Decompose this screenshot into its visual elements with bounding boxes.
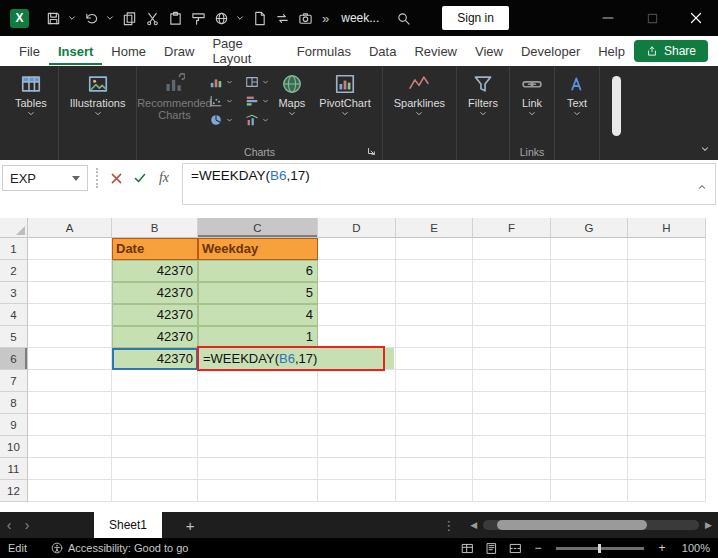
text-button[interactable]: Text	[559, 66, 595, 117]
cell-C6[interactable]: =WEEKDAY(B6,17)	[198, 348, 318, 370]
cell-F9[interactable]	[473, 414, 551, 436]
cell-D9[interactable]	[318, 414, 396, 436]
cell-G11[interactable]	[551, 458, 628, 480]
sheet-nav-left-icon[interactable]: ‹	[0, 517, 18, 533]
cell-F6[interactable]	[473, 348, 551, 370]
chevron-down-icon[interactable]	[234, 6, 246, 30]
hscroll-right-arrow[interactable]: ▶	[705, 520, 712, 530]
menu-tab-data[interactable]: Data	[360, 38, 405, 65]
combo-chart-button[interactable]	[243, 112, 271, 128]
cell-B9[interactable]	[112, 414, 198, 436]
menu-tab-home[interactable]: Home	[102, 38, 155, 65]
row-header-2[interactable]: 2	[0, 260, 28, 282]
pivotchart-button[interactable]: PivotChart	[312, 66, 377, 117]
cell-C2[interactable]: 6	[198, 260, 318, 282]
cell-E2[interactable]	[396, 260, 473, 282]
cell-E8[interactable]	[396, 392, 473, 414]
zoom-out-button[interactable]: −	[530, 541, 546, 555]
menu-tab-insert[interactable]: Insert	[49, 38, 102, 65]
menu-tab-view[interactable]: View	[466, 38, 512, 65]
cell-C3[interactable]: 5	[198, 282, 318, 304]
cell-G3[interactable]	[551, 282, 628, 304]
sheet-tab-sheet1[interactable]: Sheet1	[94, 512, 162, 538]
cell-B7[interactable]	[112, 370, 198, 392]
cell-D3[interactable]	[318, 282, 396, 304]
new-file-icon[interactable]	[249, 6, 269, 30]
name-box-chevron-icon[interactable]	[72, 176, 80, 181]
cell-H8[interactable]	[628, 392, 706, 414]
cell-B2[interactable]: 42370	[112, 260, 198, 282]
cell-E3[interactable]	[396, 282, 473, 304]
cell-G6[interactable]	[551, 348, 628, 370]
cell-A12[interactable]	[28, 480, 112, 502]
cell-F7[interactable]	[473, 370, 551, 392]
cell-E7[interactable]	[396, 370, 473, 392]
cell-A5[interactable]	[28, 326, 112, 348]
tables-button[interactable]: Tables	[8, 66, 54, 117]
ribbon-collapse-chevron[interactable]	[700, 139, 710, 157]
share-button[interactable]: Share	[634, 40, 708, 62]
cell-H9[interactable]	[628, 414, 706, 436]
cell-C12[interactable]	[198, 480, 318, 502]
column-header-C[interactable]: C	[198, 218, 318, 238]
page-layout-view-button[interactable]	[482, 539, 500, 557]
insert-function-button[interactable]: fx	[152, 165, 176, 191]
cell-B5[interactable]: 42370	[112, 326, 198, 348]
cell-C8[interactable]	[198, 392, 318, 414]
ribbon-scrollbar[interactable]	[612, 76, 621, 136]
column-header-D[interactable]: D	[318, 218, 396, 238]
cell-G8[interactable]	[551, 392, 628, 414]
row-header-3[interactable]: 3	[0, 282, 28, 304]
cell-B3[interactable]: 42370	[112, 282, 198, 304]
cell-H7[interactable]	[628, 370, 706, 392]
cell-F2[interactable]	[473, 260, 551, 282]
cell-G2[interactable]	[551, 260, 628, 282]
cell-C7[interactable]	[198, 370, 318, 392]
cell-G7[interactable]	[551, 370, 628, 392]
filters-button[interactable]: Filters	[461, 66, 505, 117]
undo-icon[interactable]	[81, 6, 101, 30]
column-header-B[interactable]: B	[112, 218, 198, 238]
cell-D1[interactable]	[318, 238, 396, 260]
sparklines-button[interactable]: Sparklines	[387, 66, 452, 117]
cell-G10[interactable]	[551, 436, 628, 458]
cell-E4[interactable]	[396, 304, 473, 326]
format-painter-icon[interactable]	[188, 6, 208, 30]
cancel-button[interactable]	[104, 165, 128, 191]
maximize-button[interactable]	[630, 0, 674, 36]
hscroll-left-arrow[interactable]: ◀	[470, 520, 477, 530]
column-header-A[interactable]: A	[28, 218, 112, 238]
globe-icon[interactable]	[211, 6, 231, 30]
cell-D7[interactable]	[318, 370, 396, 392]
cell-D2[interactable]	[318, 260, 396, 282]
cell-G1[interactable]	[551, 238, 628, 260]
sheet-nav-right-icon[interactable]: ›	[18, 517, 36, 533]
cell-F5[interactable]	[473, 326, 551, 348]
cell-B10[interactable]	[112, 436, 198, 458]
cell-H11[interactable]	[628, 458, 706, 480]
row-header-8[interactable]: 8	[0, 392, 28, 414]
select-all-corner[interactable]	[0, 218, 28, 238]
row-header-11[interactable]: 11	[0, 458, 28, 480]
row-header-9[interactable]: 9	[0, 414, 28, 436]
cell-G12[interactable]	[551, 480, 628, 502]
cell-D12[interactable]	[318, 480, 396, 502]
qat-overflow-icon[interactable]: »	[322, 11, 329, 26]
maps-button[interactable]: Maps	[271, 66, 312, 117]
search-icon[interactable]	[393, 6, 413, 30]
formula-input[interactable]: =WEEKDAY(B6,17)	[182, 163, 716, 205]
paste-icon[interactable]	[165, 6, 185, 30]
row-header-1[interactable]: 1	[0, 238, 28, 260]
row-header-12[interactable]: 12	[0, 480, 28, 502]
cell-E10[interactable]	[396, 436, 473, 458]
cell-E11[interactable]	[396, 458, 473, 480]
cell-F3[interactable]	[473, 282, 551, 304]
cell-H4[interactable]	[628, 304, 706, 326]
camera-icon[interactable]	[295, 6, 315, 30]
cell-B4[interactable]: 42370	[112, 304, 198, 326]
cell-C9[interactable]	[198, 414, 318, 436]
cell-E9[interactable]	[396, 414, 473, 436]
cell-A11[interactable]	[28, 458, 112, 480]
cell-H6[interactable]	[628, 348, 706, 370]
sync-icon[interactable]	[272, 6, 292, 30]
